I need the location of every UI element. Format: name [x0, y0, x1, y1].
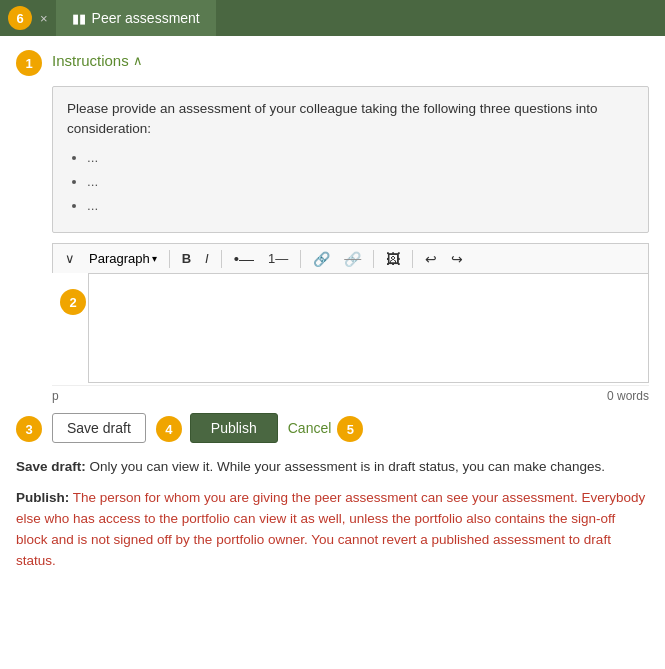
publish-help-body: The person for whom you are giving the p… [16, 490, 645, 568]
instructions-bullet-2: ... [87, 172, 634, 192]
toolbar-sep-3 [300, 250, 301, 268]
toolbar-sep-4 [373, 250, 374, 268]
publish-button[interactable]: Publish [190, 413, 278, 443]
italic-button[interactable]: I [201, 249, 213, 268]
toolbar-sep-5 [412, 250, 413, 268]
redo-button[interactable]: ↪ [447, 249, 467, 269]
publish-help: Publish: The person for whom you are giv… [16, 488, 649, 572]
unlink-button[interactable]: 🔗 [340, 249, 365, 269]
step4-badge: 4 [156, 416, 182, 442]
toolbar-sep-2 [221, 250, 222, 268]
tab-bar: 6 × ▮▮ Peer assessment [0, 0, 665, 36]
step3-badge: 3 [16, 416, 42, 442]
cancel-link[interactable]: Cancel [288, 420, 332, 436]
word-count: 0 words [607, 389, 649, 403]
toolbar-sep-1 [169, 250, 170, 268]
step5-badge: 5 [337, 416, 363, 442]
paragraph-dropdown-arrow: ▾ [152, 253, 157, 264]
save-draft-help-body: Only you can view it. While your assessm… [86, 459, 605, 474]
image-button[interactable]: 🖼 [382, 249, 404, 269]
instructions-text: Please provide an assessment of your col… [67, 99, 634, 140]
ordered-list-button[interactable]: 1— [264, 249, 292, 268]
link-button[interactable]: 🔗 [309, 249, 334, 269]
word-count-bar: p 0 words [52, 385, 649, 403]
tab-label-area: ▮▮ Peer assessment [56, 0, 216, 36]
undo-button[interactable]: ↩ [421, 249, 441, 269]
step1-badge: 1 [16, 50, 42, 76]
editor-section: ∨ Paragraph ▾ B I •— 1— 🔗 [52, 243, 649, 403]
help-text-area: Save draft: Only you can view it. While … [16, 457, 649, 572]
step2-badge: 2 [60, 289, 86, 315]
editor-textarea[interactable] [88, 273, 649, 383]
instructions-chevron-icon[interactable]: ∧ [133, 53, 143, 68]
instructions-step-row: 1 Instructions ∧ [16, 48, 649, 76]
save-draft-help-title: Save draft: [16, 459, 86, 474]
save-draft-button[interactable]: Save draft [52, 413, 146, 443]
paragraph-label: Paragraph [89, 251, 150, 266]
instructions-list: ... ... ... [87, 148, 634, 217]
instructions-link[interactable]: Instructions [52, 52, 129, 69]
action-row: 3 Save draft 4 Publish Cancel 5 [16, 413, 649, 443]
publish-help-title: Publish: [16, 490, 69, 505]
save-draft-help: Save draft: Only you can view it. While … [16, 457, 649, 478]
bold-button[interactable]: B [178, 249, 195, 268]
paragraph-dropdown[interactable]: Paragraph ▾ [85, 249, 161, 268]
main-content: 1 Instructions ∧ Please provide an asses… [0, 36, 665, 598]
editor-tag: p [52, 389, 59, 403]
editor-toolbar: ∨ Paragraph ▾ B I •— 1— 🔗 [52, 243, 649, 273]
instructions-box: Please provide an assessment of your col… [52, 86, 649, 233]
editor-row: 2 [52, 273, 649, 383]
instructions-bullet-1: ... [87, 148, 634, 168]
collapse-button[interactable]: ∨ [61, 249, 79, 268]
tab-number-badge: 6 [8, 6, 32, 30]
peer-assessment-icon: ▮▮ [72, 11, 86, 26]
tab-title: Peer assessment [92, 10, 200, 26]
instructions-bullet-3: ... [87, 196, 634, 216]
tab-close-button[interactable]: × [40, 11, 48, 26]
instructions-header: Instructions ∧ [52, 48, 143, 69]
unordered-list-button[interactable]: •— [230, 248, 258, 269]
